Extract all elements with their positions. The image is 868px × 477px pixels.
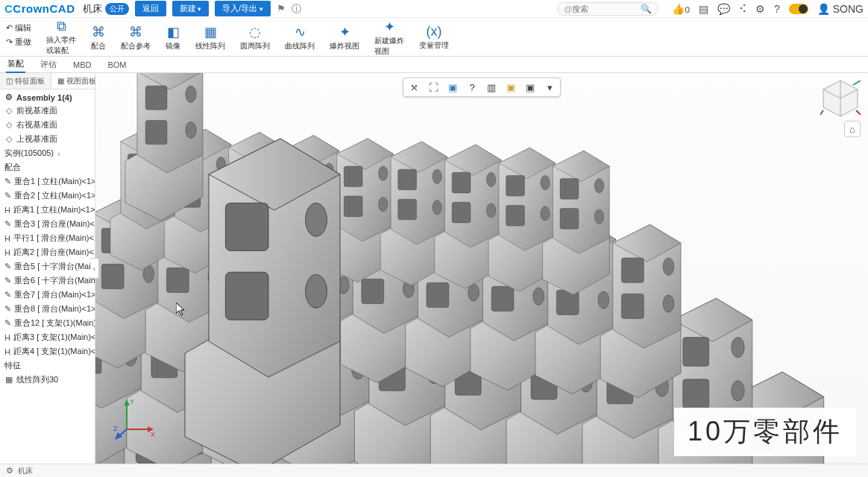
tab-评估[interactable]: 评估 [39,57,58,72]
tree-label: 距离4 [ 支架(1)(Main)<... [13,346,95,357]
ribbon-cmd-3[interactable]: ◧镜像 [158,19,188,55]
viewport-3d[interactable]: ⤧⛶▣?▥▣▣▾ ⌂ Y X Z 10万零部件 [95,73,868,464]
viewbar-btn-3[interactable]: ? [465,80,479,95]
mate-icon: H [4,347,10,356]
main-area: ◫特征面板 ▦视图面板 ⚙Assembly 1(4)◇前视基准面◇右视基准面◇上… [0,73,868,464]
mate-icon: ✎ [4,304,11,314]
feature-tab-label: 特征面板 [15,76,45,86]
edit-cmd[interactable]: ↶编辑 [6,22,31,34]
import-export-button[interactable]: 导入/导出 [215,1,271,16]
viewbar-btn-1[interactable]: ⛶ [426,80,441,95]
search-icon[interactable]: 🔍 [641,4,652,14]
new-button[interactable]: 新建 [172,1,210,16]
svg-line-8 [853,80,861,85]
ribbon-cmd-2[interactable]: ⌘配合参考 [113,19,158,55]
tree-mates-header[interactable]: 配合 [0,160,95,174]
plane-icon: ◇ [4,106,13,116]
at-icon: @ [564,4,572,13]
tab-view-panel[interactable]: ▦视图面板 [51,73,102,89]
user-menu[interactable]: 👤SONG [817,3,864,15]
ribbon-cmd-6[interactable]: ∿曲线阵列 [277,19,322,55]
ribbon-cmd-7[interactable]: ✦爆炸视图 [322,19,367,55]
tree-mate[interactable]: ✎重合7 [ 滑台(Main)<1> ... [0,288,95,302]
ribbon-cmd-8[interactable]: ✦新建爆炸视图 [367,19,412,55]
tree-instances[interactable]: 实例(105005) [0,146,95,160]
mate-icon: ✎ [4,290,11,300]
ribbon-cmd-icon: ✦ [339,24,350,40]
tree-feature[interactable]: ▦线性阵列30 [0,373,95,387]
ribbon-cmd-label: 线性阵列 [195,41,225,51]
viewbar-btn-4[interactable]: ▥ [484,80,499,95]
like-count: 0 [685,4,689,14]
mate-icon: ✎ [4,191,11,200]
mate-icon: ✎ [4,318,11,328]
ribbon-cmd-icon: ⌘ [129,24,142,40]
scene-render [95,73,868,464]
collapse-sidebar-handle[interactable]: ‹ [90,258,99,279]
ribbon-cmd-label: 插入零件或装配 [46,35,76,56]
tree-features-header[interactable]: 特征 [0,358,95,373]
search-box[interactable]: @ 🔍 [557,2,658,16]
settings-icon[interactable]: ⚙ [755,3,765,15]
tab-装配[interactable]: 装配 [6,56,25,73]
tree-mate[interactable]: ✎重合12 [ 支架(1)(Main)... [0,316,95,330]
theme-toggle[interactable] [789,4,808,14]
tree-label: 特征 [4,360,21,371]
feature-tree: ⚙Assembly 1(4)◇前视基准面◇右视基准面◇上视基准面实例(10500… [0,89,95,464]
search-input[interactable] [572,4,639,13]
info-icon[interactable]: ⓘ [292,2,301,16]
ribbon-cmd-label: 爆炸视图 [330,41,359,51]
back-button[interactable]: 返回 [135,1,166,16]
tree-root[interactable]: ⚙Assembly 1(4) [0,91,95,104]
tree-mate[interactable]: ✎重合8 [ 滑台(Main)<1> ... [0,302,95,316]
viewbar-btn-5[interactable]: ▣ [503,80,518,95]
tree-label: 平行1 [ 滑台座(Main)<1... [13,233,95,244]
ribbon-cmd-5[interactable]: ◌圆周阵列 [233,19,277,55]
tree-plane[interactable]: ◇前视基准面 [0,104,95,118]
ribbon-cmd-icon: ✦ [384,19,395,35]
tree-label: 重合7 [ 滑台(Main)<1> ... [14,289,95,300]
tree-mate[interactable]: ✎重合1 [ 立柱(Main)<1> ... [0,174,95,189]
like-button[interactable]: 👍0 [672,3,689,15]
navigation-home[interactable]: ⌂ [844,121,861,137]
viewbar-btn-6[interactable]: ▣ [523,80,538,95]
help-icon[interactable]: ? [774,3,780,15]
tree-plane[interactable]: ◇右视基准面 [0,118,95,132]
tree-mate[interactable]: H平行1 [ 滑台座(Main)<1... [0,231,95,245]
tree-mate[interactable]: H距离3 [ 支架(1)(Main)<... [0,330,95,344]
status-gear-icon[interactable]: ⚙ [6,466,13,476]
ribbon-cmd-0[interactable]: ⧉插入零件或装配 [39,19,84,55]
mate-icon: H [4,234,10,243]
tree-mate[interactable]: ✎重合5 [ 十字滑台(Main)... [0,259,95,274]
tree-label: 重合12 [ 支架(1)(Main)... [14,318,95,329]
flag-icon[interactable]: ⚑ [277,3,286,14]
tab-MBD[interactable]: MBD [72,58,92,72]
cursor-indicator [176,303,185,316]
tree-mate[interactable]: H距离4 [ 支架(1)(Main)<... [0,344,95,358]
comment-icon[interactable]: 💬 [717,3,730,15]
viewbar-btn-2[interactable]: ▣ [445,80,460,95]
redo-cmd[interactable]: ↷重做 [6,37,31,48]
tree-mate[interactable]: H距离2 [ 滑台座(Main)<1... [0,245,95,259]
tree-label: 实例(105005) [4,148,54,159]
io-button-label: 导入/导出 [222,4,257,13]
bookmark-icon[interactable]: ▤ [699,3,708,15]
tree-label: 重合8 [ 滑台(Main)<1> ... [14,303,95,315]
tab-feature-panel[interactable]: ◫特征面板 [0,73,51,89]
tree-mate[interactable]: ✎重合3 [ 滑台座(Main)<1... [0,217,95,231]
tree-mate[interactable]: ✎重合6 [ 十字滑台(Main)... [0,274,95,288]
ribbon-cmd-1[interactable]: ⌘配合 [84,19,113,55]
viewbar-btn-0[interactable]: ⤧ [406,80,421,95]
viewbar-btn-7[interactable]: ▾ [542,80,557,95]
ribbon-cmd-4[interactable]: ▦线性阵列 [188,19,233,55]
tree-mate[interactable]: H距离1 [ 立柱(Main)<1> ... [0,203,95,217]
tree-plane[interactable]: ◇上视基准面 [0,132,95,146]
ribbon: ↶编辑 ↷重做 ⧉插入零件或装配⌘配合⌘配合参考◧镜像▦线性阵列◌圆周阵列∿曲线… [0,18,868,57]
navigation-cube[interactable] [820,78,861,118]
view-tab-icon: ▦ [57,77,64,85]
tree-mate[interactable]: ✎重合2 [ 立柱(Main)<1> ... [0,189,95,203]
plane-icon: ◇ [4,134,13,144]
ribbon-cmd-9[interactable]: (x)变量管理 [412,19,456,55]
tab-BOM[interactable]: BOM [106,58,128,72]
share-icon[interactable]: ⠪ [739,3,746,15]
